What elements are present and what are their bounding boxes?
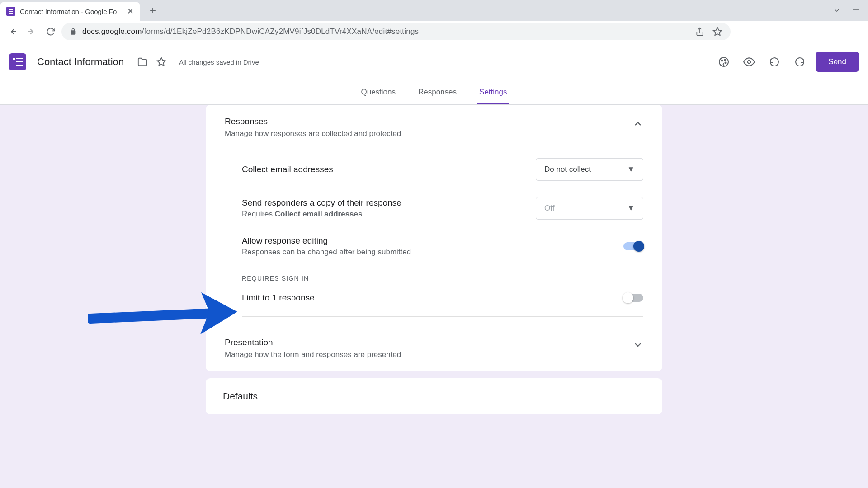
back-button[interactable] — [5, 23, 21, 40]
caret-down-icon: ▼ — [627, 204, 635, 213]
star-icon[interactable] — [712, 27, 722, 37]
svg-point-7 — [722, 60, 723, 61]
collect-email-label: Collect email addresses — [242, 164, 536, 174]
limit-response-toggle[interactable] — [623, 294, 643, 302]
svg-point-8 — [725, 60, 726, 61]
caret-down-icon: ▼ — [627, 165, 635, 174]
minimize-icon[interactable] — [853, 6, 859, 14]
document-title[interactable]: Contact Information — [37, 56, 124, 68]
url-bar[interactable]: docs.google.com/forms/d/1EkjZePd2B6zKDPN… — [61, 23, 731, 40]
share-icon[interactable] — [695, 27, 704, 36]
presentation-section-header[interactable]: Presentation Manage how the form and res… — [225, 338, 643, 359]
forms-logo-icon[interactable] — [9, 53, 26, 70]
move-to-folder-button[interactable] — [133, 52, 152, 71]
section-title: Presentation — [225, 338, 401, 347]
tab-settings[interactable]: Settings — [477, 81, 509, 104]
requires-signin-heading: REQUIRES SIGN IN — [242, 265, 643, 285]
forms-favicon-icon — [6, 7, 15, 16]
close-tab-icon[interactable]: ✕ — [127, 6, 134, 16]
allow-edit-label: Allow response editing — [242, 236, 623, 246]
svg-marker-4 — [713, 27, 722, 35]
tab-title: Contact Information - Google Fo — [20, 8, 123, 15]
send-copy-label: Send responders a copy of their response — [242, 198, 536, 208]
responses-section-header[interactable]: Responses Manage how responses are colle… — [225, 117, 643, 138]
dropdown-value: Do not collect — [544, 165, 591, 174]
defaults-section[interactable]: Defaults — [206, 378, 662, 414]
allow-edit-toggle[interactable] — [623, 242, 643, 250]
save-status: All changes saved in Drive — [179, 58, 259, 66]
browser-tab[interactable]: Contact Information - Google Fo ✕ — [0, 2, 140, 21]
chevron-down-icon — [632, 338, 643, 350]
dropdown-value: Off — [544, 204, 554, 213]
chevron-down-icon[interactable] — [833, 6, 841, 14]
divider — [242, 316, 643, 317]
limit-response-label: Limit to 1 response — [242, 293, 623, 303]
url-text: docs.google.com/forms/d/1EkjZePd2B6zKDPN… — [82, 27, 419, 36]
new-tab-button[interactable]: + — [145, 2, 161, 19]
svg-marker-5 — [157, 58, 165, 66]
star-document-button[interactable] — [152, 52, 171, 71]
tab-questions[interactable]: Questions — [359, 81, 397, 104]
reload-button[interactable] — [42, 23, 59, 40]
svg-point-9 — [725, 62, 726, 64]
defaults-title: Defaults — [223, 391, 645, 402]
customize-theme-button[interactable] — [714, 52, 733, 71]
send-copy-dropdown: Off ▼ — [536, 197, 643, 220]
section-title: Responses — [225, 117, 401, 127]
chevron-up-icon — [632, 117, 643, 129]
preview-button[interactable] — [740, 52, 759, 71]
undo-button[interactable] — [765, 52, 784, 71]
forward-button[interactable] — [24, 23, 40, 40]
svg-point-10 — [748, 61, 751, 64]
lock-icon — [70, 28, 77, 35]
collect-email-dropdown[interactable]: Do not collect ▼ — [536, 158, 643, 181]
section-subtitle: Manage how the form and responses are pr… — [225, 350, 401, 359]
allow-edit-sub: Responses can be changed after being sub… — [242, 248, 623, 257]
send-copy-requirement: Requires Collect email addresses — [242, 210, 536, 219]
redo-button[interactable] — [790, 52, 809, 71]
tab-responses[interactable]: Responses — [416, 81, 458, 104]
send-button[interactable]: Send — [816, 52, 859, 72]
section-subtitle: Manage how responses are collected and p… — [225, 129, 401, 138]
